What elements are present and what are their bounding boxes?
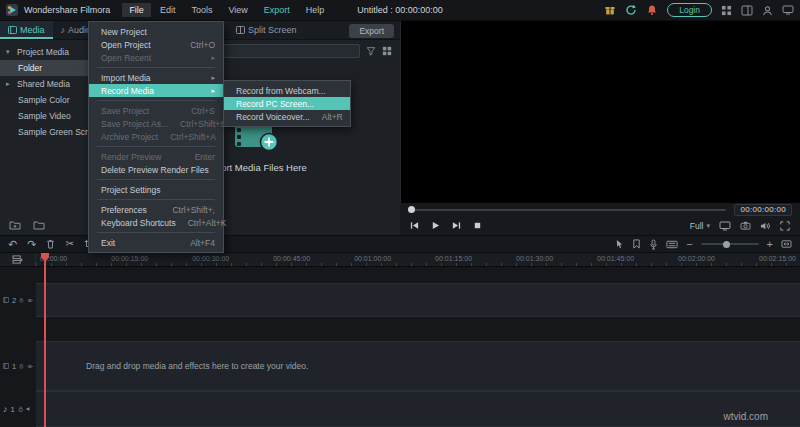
video-track-2-lane[interactable] xyxy=(36,283,800,317)
menubar-edit[interactable]: Edit xyxy=(153,3,183,17)
menu-item-record-voiceover[interactable]: Record Voiceover...Alt+R xyxy=(224,110,350,123)
keyboard-icon[interactable] xyxy=(666,240,678,249)
record-media-submenu: Record from Webcam... Record PC Screen..… xyxy=(223,80,351,127)
menu-item-render-preview[interactable]: Render PreviewEnter xyxy=(89,150,223,163)
file-menu: New Project Open ProjectCtrl+O Open Rece… xyxy=(88,21,224,253)
submenu-arrow-icon: ▸ xyxy=(211,74,215,82)
menu-item-save-project[interactable]: Save ProjectCtrl+S xyxy=(89,104,223,117)
volume-icon[interactable] xyxy=(760,221,771,231)
preview-zoom-dropdown[interactable]: Full ▾ xyxy=(690,221,710,231)
grid-icon[interactable] xyxy=(721,5,732,16)
split-screen-tab-icon xyxy=(236,26,245,34)
menu-item-open-project[interactable]: Open ProjectCtrl+O xyxy=(89,38,223,51)
video-track-1-header: 1 xyxy=(0,341,36,391)
fit-timeline-icon[interactable] xyxy=(781,239,792,249)
undo-icon[interactable]: ↶ xyxy=(8,239,17,250)
timeline-zoom-slider[interactable] xyxy=(701,243,759,245)
login-button[interactable]: Login xyxy=(667,3,712,17)
menu-item-new-project[interactable]: New Project xyxy=(89,25,223,38)
play-button[interactable] xyxy=(431,221,440,230)
snapshot-camera-icon[interactable] xyxy=(740,221,751,230)
export-button[interactable]: Export xyxy=(349,24,394,38)
ruler-ticks xyxy=(36,263,800,266)
drag-drop-hint: Drag and drop media and effects here to … xyxy=(36,342,800,390)
media-tab-icon xyxy=(8,26,17,34)
menu-item-import-media[interactable]: Import Media ▸ xyxy=(89,71,223,84)
tab-split-screen-label: Split Screen xyxy=(248,25,297,35)
menu-item-record-from-webcam[interactable]: Record from Webcam... xyxy=(224,84,350,97)
menubar-view[interactable]: View xyxy=(221,3,254,17)
menu-item-save-project-as[interactable]: Save Project As...Ctrl+Shift+S xyxy=(89,117,223,130)
filter-icon[interactable] xyxy=(366,46,376,56)
notification-bell-icon[interactable] xyxy=(646,4,658,16)
zoom-in-icon[interactable]: + xyxy=(767,239,773,250)
lock-icon[interactable] xyxy=(19,296,24,304)
menubar-export[interactable]: Export xyxy=(257,3,297,17)
split-scissors-icon[interactable]: ✂ xyxy=(65,239,73,249)
audio-track-1: ♪ 1 xyxy=(0,391,800,427)
mic-icon[interactable] xyxy=(649,239,658,250)
fit-screen-icon[interactable] xyxy=(719,221,731,231)
menubar-file[interactable]: File xyxy=(122,3,151,17)
menubar-help[interactable]: Help xyxy=(299,3,332,17)
tab-media[interactable]: Media xyxy=(0,21,53,39)
video-track-2-header: 2 xyxy=(0,283,36,317)
next-frame-button[interactable] xyxy=(452,221,461,230)
manage-tracks-icon[interactable] xyxy=(12,255,23,264)
fullscreen-icon[interactable] xyxy=(780,221,790,231)
menu-item-exit[interactable]: ExitAlt+F4 xyxy=(89,236,223,249)
stop-button[interactable] xyxy=(473,221,482,230)
submenu-arrow-icon: ▸ xyxy=(211,54,215,62)
menu-separator xyxy=(97,179,215,180)
new-folder-icon[interactable] xyxy=(9,220,21,230)
chevron-down-icon[interactable]: ▾ xyxy=(6,48,13,56)
scrubber-handle[interactable] xyxy=(408,206,415,213)
playhead[interactable] xyxy=(44,253,46,427)
tab-split-screen[interactable]: Split Screen xyxy=(228,21,305,39)
audio-track-1-lane[interactable] xyxy=(36,391,800,427)
lock-icon[interactable] xyxy=(18,405,23,413)
view-grid-icon[interactable] xyxy=(382,46,392,56)
menu-item-project-settings[interactable]: Project Settings xyxy=(89,183,223,196)
menu-item-delete-preview-render-files[interactable]: Delete Preview Render Files xyxy=(89,163,223,176)
zoom-slider-handle[interactable] xyxy=(723,241,730,248)
preview-timecode: 00:00:00:00 xyxy=(734,204,792,216)
previous-frame-button[interactable] xyxy=(410,221,419,230)
gift-icon[interactable] xyxy=(604,4,616,16)
screen-share-icon[interactable] xyxy=(782,5,794,15)
menu-item-keyboard-shortcuts[interactable]: Keyboard ShortcutsCtrl+Alt+K xyxy=(89,216,223,229)
menu-item-archive-project[interactable]: Archive ProjectCtrl+Shift+A xyxy=(89,130,223,143)
zoom-out-icon[interactable]: − xyxy=(686,239,692,250)
menu-separator xyxy=(97,232,215,233)
lock-icon[interactable] xyxy=(19,362,24,370)
delete-icon[interactable] xyxy=(46,239,55,249)
sync-icon[interactable] xyxy=(625,4,637,16)
mute-speaker-icon[interactable] xyxy=(26,405,33,413)
add-marker-icon[interactable] xyxy=(632,239,641,249)
preview-scrubber[interactable] xyxy=(408,209,726,211)
app-name: Wondershare Filmora xyxy=(24,5,110,15)
redo-icon[interactable]: ↷ xyxy=(27,239,36,250)
menu-item-record-pc-screen[interactable]: Record PC Screen... xyxy=(224,97,350,110)
project-title: Untitled : 00:00:00:00 xyxy=(357,5,443,15)
menu-separator xyxy=(97,146,215,147)
eye-icon[interactable] xyxy=(27,363,33,370)
layout-icon[interactable] xyxy=(741,5,753,16)
user-icon[interactable] xyxy=(762,5,773,16)
video-track-1: 1 Drag and drop media and effects here t… xyxy=(0,341,800,391)
delete-folder-icon[interactable] xyxy=(33,220,45,230)
filmora-logo-icon xyxy=(6,4,18,16)
chevron-right-icon[interactable]: ▸ xyxy=(6,80,13,88)
timeline-ruler[interactable]: 00:00:0000:00:15:00 00:00:30:0000:00:45:… xyxy=(0,253,800,267)
menu-item-record-media[interactable]: Record Media ▸ xyxy=(89,84,223,97)
menu-separator xyxy=(97,67,215,68)
preview-screen[interactable] xyxy=(400,21,800,203)
menu-item-open-recent[interactable]: Open Recent ▸ xyxy=(89,51,223,64)
pointer-icon[interactable] xyxy=(615,239,624,249)
menu-item-preferences[interactable]: PreferencesCtrl+Shift+, xyxy=(89,203,223,216)
tab-media-label: Media xyxy=(20,25,45,35)
titlebar: Wondershare Filmora File Edit Tools View… xyxy=(0,0,800,21)
menubar-tools[interactable]: Tools xyxy=(184,3,219,17)
video-track-1-lane[interactable]: Drag and drop media and effects here to … xyxy=(36,341,800,391)
eye-icon[interactable] xyxy=(27,297,33,304)
